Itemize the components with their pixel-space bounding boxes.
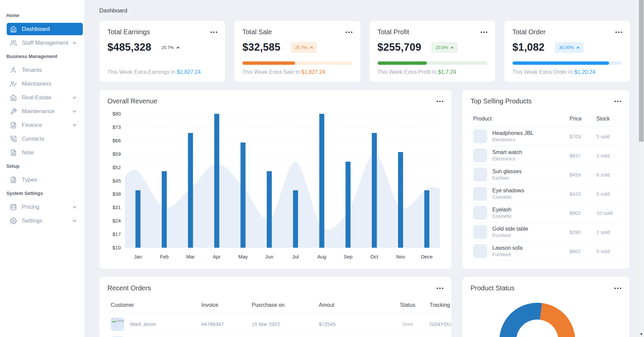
svg-text:Nov: Nov xyxy=(396,254,405,259)
recent-orders-table: Customer Invoice Pusrchase on Amout Stat… xyxy=(107,299,443,337)
svg-text:Jun: Jun xyxy=(265,254,273,259)
percent-badge: 25.7% xyxy=(161,45,179,50)
revenue-chart: $10$17$24$31$38$45$52$59$66$73$80JanFebM… xyxy=(107,108,443,262)
top-selling-title: Top Selling Products xyxy=(470,97,532,105)
scrollbar-down-arrow-icon[interactable] xyxy=(640,333,643,335)
sidebar-section-label: Setup xyxy=(0,160,84,172)
sidebar-item-label: Contacts xyxy=(22,136,44,142)
card-menu-button[interactable] xyxy=(481,30,487,34)
product-row: EyelashCosmetic$90210 sold xyxy=(470,203,621,223)
sidebar-section-label: System Settings xyxy=(0,187,84,199)
product-status-panel: Product Status xyxy=(462,277,629,337)
chevron-up-icon xyxy=(176,46,180,50)
stat-card-value: $255,709 xyxy=(378,41,422,53)
sidebar-item-label: Pricing xyxy=(22,204,39,210)
product-price: $459 xyxy=(569,172,596,178)
product-category: Electronics xyxy=(492,156,569,161)
chevron-down-icon xyxy=(72,40,76,44)
svg-text:Dece: Dece xyxy=(421,254,433,259)
svg-text:$66: $66 xyxy=(112,138,121,143)
column-stock: Stock xyxy=(596,116,624,122)
product-price: $902 xyxy=(569,210,596,216)
scrollbar-thumb[interactable] xyxy=(639,0,644,142)
gear-icon xyxy=(10,218,17,224)
product-name: Headphones JBL xyxy=(492,130,569,136)
top-selling-menu-button[interactable] xyxy=(614,99,621,103)
recent-orders-panel: Recent Orders Customer Invoice Pusrchase… xyxy=(99,277,451,337)
product-row: Sun glassesFashion$4596 sold xyxy=(470,165,621,184)
middle-row: Overall Revenue $10$17$24$31$38$45$52$59… xyxy=(99,90,630,269)
sidebar-item-label: Real Estate xyxy=(22,94,51,101)
product-price: $837 xyxy=(569,153,596,158)
progress-fill xyxy=(378,61,427,65)
recent-orders-rows: receMark Jecon#478934715 Mar 2022$72545D… xyxy=(107,314,443,335)
stat-card-footer: This Week Extra Profit In $1,7.24 xyxy=(378,69,487,75)
chevron-down-icon xyxy=(72,218,76,222)
stat-card-footer: This Week Extra Sale In $1,827.24 xyxy=(242,69,352,75)
sidebar-item-staff-management[interactable]: Staff Management xyxy=(0,37,84,49)
product-category: Fashion xyxy=(492,175,569,181)
sidebar-item-types[interactable]: Types xyxy=(0,174,84,186)
file-icon xyxy=(10,122,17,129)
product-price: $902 xyxy=(569,248,596,254)
stat-card-total-earnings: Total Earnings$485,32825.7%This Week Ext… xyxy=(99,21,225,82)
sidebar-item-tenants[interactable]: Tenants xyxy=(0,64,84,76)
users-icon xyxy=(10,40,17,46)
footer-amount: $1,827.24 xyxy=(177,69,201,75)
chevron-down-icon xyxy=(72,123,76,126)
percent-value: 20.5% xyxy=(436,45,448,50)
top-selling-header: Product Price Stock xyxy=(470,113,621,127)
home-icon xyxy=(10,26,17,33)
product-status-title: Product Status xyxy=(470,284,514,292)
order-purchase-date: 15 Mar 2022 xyxy=(252,321,319,327)
product-info: Eye shadowsCosmetic xyxy=(492,188,569,200)
chevron-down-icon xyxy=(72,204,76,208)
sidebar-item-note[interactable]: Note xyxy=(0,146,84,159)
progress-fill xyxy=(512,61,609,65)
card-menu-button[interactable] xyxy=(210,30,217,34)
product-thumbnail xyxy=(473,225,487,239)
user-check-icon xyxy=(10,81,17,87)
card-menu-button[interactable] xyxy=(346,30,352,34)
column-tracking: Tracking xyxy=(430,302,450,308)
sidebar-item-real-estate[interactable]: Real Estate xyxy=(0,91,84,104)
product-name: Eye shadows xyxy=(492,188,569,194)
product-status-menu-button[interactable] xyxy=(614,286,621,290)
page-scrollbar[interactable] xyxy=(638,0,644,337)
footer-text: This Week Extra Profit In xyxy=(378,69,438,75)
svg-text:Oct: Oct xyxy=(370,254,379,259)
card-menu-button[interactable] xyxy=(615,30,622,34)
sidebar-item-label: Maintainers xyxy=(22,81,51,87)
overall-revenue-menu-button[interactable] xyxy=(437,99,443,103)
order-invoice: #4789347 xyxy=(201,321,252,327)
file-icon xyxy=(10,149,17,156)
sidebar-item-maintainers[interactable]: Maintainers xyxy=(0,78,84,90)
product-thumbnail xyxy=(473,129,487,143)
sidebar-item-pricing[interactable]: Pricing xyxy=(0,201,84,213)
footer-amount: $1,827.24 xyxy=(301,69,325,75)
sidebar-item-contacts[interactable]: Contacts xyxy=(0,133,84,145)
product-stock: 2 sold xyxy=(596,153,624,158)
sidebar-item-label: Maintenance xyxy=(22,108,54,115)
product-info: Smart watchElectronics xyxy=(492,149,569,161)
percent-value: 25.7% xyxy=(161,45,174,50)
recent-orders-header: Customer Invoice Pusrchase on Amout Stat… xyxy=(107,299,443,314)
donut-hole xyxy=(516,320,558,337)
sidebar-item-dashboard[interactable]: Dashboard xyxy=(7,23,83,35)
sidebar-item-label: Note xyxy=(22,149,34,156)
progress-fill xyxy=(242,61,295,65)
wrench-icon xyxy=(10,108,17,115)
sidebar-item-finance[interactable]: Finance xyxy=(0,119,84,131)
svg-text:Jul: Jul xyxy=(292,254,299,259)
percent-value: 30.00% xyxy=(559,45,574,50)
bottom-row: Recent Orders Customer Invoice Pusrchase… xyxy=(99,277,630,337)
sidebar-item-label: Types xyxy=(22,177,37,183)
sidebar-item-settings[interactable]: Settings xyxy=(0,214,84,227)
svg-text:May: May xyxy=(238,254,248,259)
broken-image-alt-text: rece xyxy=(117,319,124,323)
recent-orders-menu-button[interactable] xyxy=(437,286,443,290)
product-stock: 2 sold xyxy=(596,229,624,235)
product-name: Gold side table xyxy=(492,226,569,232)
sidebar-item-maintenance[interactable]: Maintenance xyxy=(0,105,84,117)
order-row: receMark Jecon#478934715 Mar 2022$72545D… xyxy=(107,314,443,335)
